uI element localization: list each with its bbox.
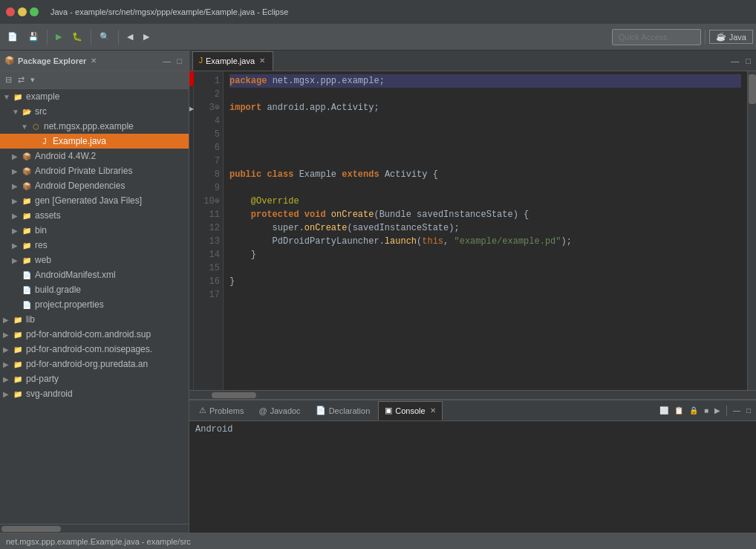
tree-item-androidmanifest[interactable]: 📄 AndroidManifest.xml [0,267,189,282]
explorer-scrollbar-h[interactable] [0,524,189,533]
tree-item-pd-party[interactable]: ▶ 📁 pd-party [0,371,189,386]
main-area: 📦 Package Explorer ✕ — □ ⊟ ⇄ ▾ ▼ 📁 examp… [0,51,756,533]
tree-item-android-private[interactable]: ▶ 📦 Android Private Libraries [0,163,189,178]
editor-scrollbar-thumb-v [749,74,756,104]
close-button[interactable] [6,7,15,16]
console-terminate-button[interactable]: ■ [702,406,711,416]
tree-item-lib[interactable]: ▶ 📁 lib [0,312,189,327]
panel-controls: — □ [160,56,184,65]
tree-item-src[interactable]: ▼ 📂 src [0,104,189,119]
titlebar: Java - example/src/net/mgsx/ppp/example/… [0,0,756,24]
back-button[interactable]: ◀ [123,30,137,44]
explorer-toolbar: ⊟ ⇄ ▾ [0,71,189,89]
line-num-2: 2 [197,88,220,101]
editor-tab-example-java[interactable]: J Example.java ✕ [192,51,273,71]
minimize-panel-button[interactable]: — [160,56,173,65]
tree-item-svg-android[interactable]: ▶ 📁 svg-android [0,386,189,401]
tree-label-src: src [35,106,47,117]
toolbar: 📄 💾 ▶ 🐛 🔍 ◀ ▶ ☕ Java [0,24,756,51]
debug-button[interactable]: 🐛 [68,30,87,44]
line-num-1: 1 [197,74,220,88]
search-button[interactable]: 🔍 [95,30,114,44]
code-line-8: public class Example extends Activity { [229,168,741,181]
tree-item-android44[interactable]: ▶ 📦 Android 4.4W.2 [0,149,189,163]
code-line-7 [229,155,741,168]
tree-label-pd-android-com: pd-for-android-com.android.sup [26,329,151,340]
tree-item-assets[interactable]: ▶ 📁 assets [0,208,189,223]
collapse-all-button[interactable]: ⊟ [3,75,14,85]
pd-puredata-icon: 📁 [12,358,24,370]
pd-party-icon: 📁 [12,373,24,385]
code-line-17 [229,288,741,302]
quick-access-input[interactable] [612,29,701,45]
tree-item-pd-puredata[interactable]: ▶ 📁 pd-for-android-org.puredata.an [0,357,189,371]
line-num-9: 9 [197,181,220,195]
editor-scrollbar-h[interactable] [189,390,756,399]
expand-arrow-svg: ▶ [3,390,12,398]
tree-item-android-deps[interactable]: ▶ 📦 Android Dependencies [0,178,189,193]
tree-item-web[interactable]: ▶ 📁 web [0,253,189,267]
tree-label-android44: Android 4.4W.2 [35,151,96,161]
console-run-button[interactable]: ▶ [712,406,723,416]
tree-item-gen[interactable]: ▶ 📁 gen [Generated Java Files] [0,193,189,208]
problems-icon: ⚠ [199,406,206,415]
explorer-menu-button[interactable]: ▾ [28,75,37,85]
maximize-panel-button[interactable]: □ [175,56,184,65]
tab-declaration-label: Declaration [329,406,371,415]
tab-javadoc[interactable]: @ Javadoc [252,401,307,420]
console-content[interactable]: Android [189,421,756,533]
line-num-17: 17 [197,288,220,302]
line-num-15: 15 [197,261,220,275]
tree-item-package[interactable]: ▼ ⬡ net.mgsx.ppp.example [0,119,189,134]
editor-scroll-wrapper: ▶ 1 2 3⊕ 4 5 6 7 8 9 10⊕ 11 12 13 [189,71,756,399]
props-icon: 📄 [21,299,33,311]
editor-scrollbar-v[interactable] [747,71,756,390]
tree-item-example[interactable]: ▼ 📁 example [0,89,189,104]
minimize-editor-button[interactable]: — [729,56,741,65]
java-label: Java [729,33,746,42]
code-area[interactable]: package net.mgsx.ppp.example; import and… [224,71,747,390]
code-line-2 [229,88,741,101]
tree-label-pd-party: pd-party [26,374,59,384]
link-editor-button[interactable]: ⇄ [16,75,27,85]
tab-declaration[interactable]: 📄 Declaration [309,401,377,420]
tree-item-example-java[interactable]: J Example.java [0,134,189,149]
tree-item-buildgradle[interactable]: 📄 build.gradle [0,282,189,297]
explorer-tree: ▼ 📁 example ▼ 📂 src ▼ ⬡ net.mgsx.ppp.exa… [0,89,189,524]
editor-tab-bar: J Example.java ✕ — □ [189,51,756,71]
tree-item-res[interactable]: ▶ 📁 res [0,238,189,253]
forward-button[interactable]: ▶ [139,30,154,44]
code-line-14: } [229,248,741,261]
tree-item-pd-android-com[interactable]: ▶ 📁 pd-for-android-com.android.sup [0,327,189,342]
gradle-icon: 📄 [21,284,33,296]
tab-console[interactable]: ▣ Console ✕ [378,401,442,420]
expand-arrow-gen: ▶ [12,197,21,205]
tab-problems[interactable]: ⚠ Problems [192,401,250,420]
editor-tab-close[interactable]: ✕ [258,56,267,65]
tree-label-buildgradle: build.gradle [35,285,81,295]
minimize-bottom-button[interactable]: — [731,406,743,416]
console-copy-button[interactable]: 📋 [672,406,685,416]
run-button[interactable]: ▶ [51,30,66,44]
tree-label-assets: assets [35,210,61,221]
java-file-icon: J [39,135,50,147]
console-scroll-lock-button[interactable]: 🔒 [687,406,700,416]
toolbar-sep-1 [47,30,48,45]
web-icon: 📁 [21,254,33,266]
pd-noisepages-icon: 📁 [12,343,24,355]
tree-item-pd-noisepages[interactable]: ▶ 📁 pd-for-android-com.noisepages. [0,342,189,357]
new-button[interactable]: 📄 [3,30,22,44]
tree-item-bin[interactable]: ▶ 📁 bin [0,223,189,238]
minimize-button[interactable] [18,7,27,16]
save-button[interactable]: 💾 [24,30,43,44]
line-num-13: 13 [197,235,220,248]
console-clear-button[interactable]: ⬜ [657,406,671,416]
maximize-bottom-button[interactable]: □ [744,406,753,416]
java-perspective-button[interactable]: ☕ Java [709,30,753,44]
maximize-button[interactable] [30,7,39,16]
window-controls [6,7,39,16]
maximize-editor-button[interactable]: □ [743,56,753,65]
tree-item-projectprops[interactable]: 📄 project.properties [0,297,189,312]
toolbar-sep-2 [91,30,91,45]
declaration-icon: 📄 [316,406,326,415]
